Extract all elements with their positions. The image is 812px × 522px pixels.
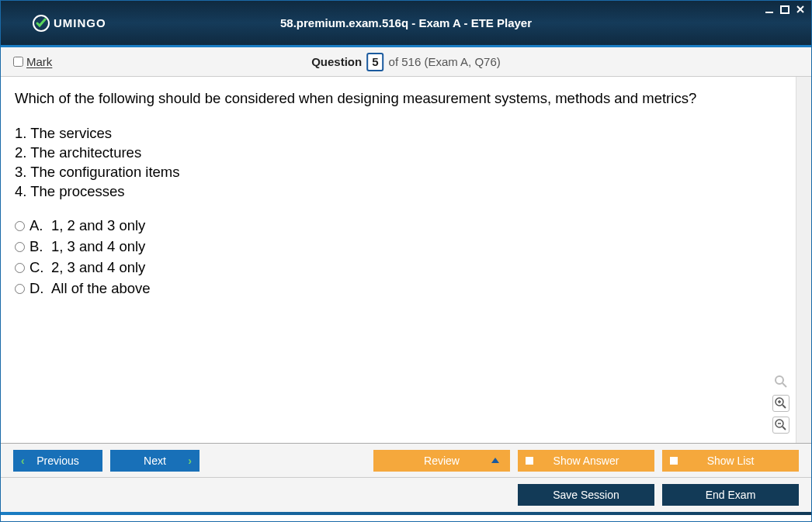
close-icon[interactable] xyxy=(794,4,807,15)
show-list-label: Show List xyxy=(707,455,755,467)
search-icon[interactable] xyxy=(772,373,789,390)
logo-check-icon xyxy=(32,14,50,33)
list-item: 1. The services xyxy=(15,124,797,143)
list-item: 4. The processes xyxy=(15,182,797,202)
review-label: Review xyxy=(424,455,460,467)
square-icon xyxy=(526,457,533,465)
answer-letter: D. xyxy=(29,279,47,299)
content-area: Which of the following should be conside… xyxy=(1,77,811,444)
svg-line-12 xyxy=(783,427,786,430)
answer-radio[interactable] xyxy=(15,263,25,273)
svg-line-6 xyxy=(783,383,786,387)
answer-text: All of the above xyxy=(51,279,151,299)
window-title: 58.premium.exam.516q - Exam A - ETE Play… xyxy=(280,16,532,29)
bottom-button-row: Save Session End Exam xyxy=(1,478,811,512)
minimize-icon[interactable] xyxy=(763,4,776,15)
nav-button-row: ‹ Previous Next › Review Show Answer Sho… xyxy=(1,444,811,478)
question-info: Question 5 of 516 (Exam A, Q76) xyxy=(311,53,501,71)
previous-label: Previous xyxy=(36,455,78,467)
show-answer-button[interactable]: Show Answer xyxy=(518,450,654,472)
question-text: Which of the following should be conside… xyxy=(15,89,797,109)
answer-text: 1, 2 and 3 only xyxy=(51,216,145,236)
show-answer-label: Show Answer xyxy=(553,455,619,467)
end-exam-button[interactable]: End Exam xyxy=(662,484,799,506)
window-controls xyxy=(763,4,807,15)
end-exam-label: End Exam xyxy=(706,489,756,501)
mark-checkbox[interactable] xyxy=(13,57,23,67)
answer-letter: B. xyxy=(29,237,47,257)
answer-option[interactable]: D. All of the above xyxy=(15,278,797,299)
list-item: 3. The configuration items xyxy=(15,163,797,182)
question-bar: Mark Question 5 of 516 (Exam A, Q76) xyxy=(1,47,811,77)
zoom-out-icon[interactable] xyxy=(772,417,789,434)
mark-label: Mark xyxy=(26,55,52,68)
save-session-button[interactable]: Save Session xyxy=(518,484,654,506)
zoom-tools xyxy=(772,373,789,434)
question-label: Question xyxy=(311,55,362,68)
answer-text: 1, 3 and 4 only xyxy=(51,237,145,257)
list-item: 2. The architectures xyxy=(15,143,797,163)
chevron-right-icon: › xyxy=(188,455,192,467)
answer-radio[interactable] xyxy=(15,221,25,231)
scrollbar[interactable] xyxy=(796,77,811,443)
next-label: Next xyxy=(144,455,166,467)
bottom-border xyxy=(1,512,811,515)
show-list-button[interactable]: Show List xyxy=(662,450,799,472)
titlebar: UMINGO 58.premium.exam.516q - Exam A - E… xyxy=(1,1,811,47)
question-of-text: of 516 (Exam A, Q76) xyxy=(389,55,501,68)
zoom-in-icon[interactable] xyxy=(772,395,789,412)
review-button[interactable]: Review xyxy=(373,450,510,472)
question-number-box[interactable]: 5 xyxy=(366,53,383,71)
svg-point-5 xyxy=(776,376,783,384)
logo: UMINGO xyxy=(32,14,106,33)
maximize-icon[interactable] xyxy=(779,4,791,15)
answer-option[interactable]: B. 1, 3 and 4 only xyxy=(15,237,797,258)
answer-text: 2, 3 and 4 only xyxy=(51,258,145,278)
answer-letter: A. xyxy=(29,216,47,236)
answer-radio[interactable] xyxy=(15,284,25,294)
square-icon xyxy=(670,457,678,465)
svg-rect-2 xyxy=(781,6,789,13)
save-session-label: Save Session xyxy=(553,489,619,501)
triangle-up-icon xyxy=(491,458,499,463)
logo-text: UMINGO xyxy=(54,16,106,29)
item-list: 1. The services 2. The architectures 3. … xyxy=(15,124,797,202)
answer-option[interactable]: C. 2, 3 and 4 only xyxy=(15,258,797,278)
answers-list: A. 1, 2 and 3 only B. 1, 3 and 4 only C.… xyxy=(15,216,797,299)
answer-radio[interactable] xyxy=(15,242,25,252)
next-button[interactable]: Next › xyxy=(110,450,200,472)
previous-button[interactable]: ‹ Previous xyxy=(13,450,102,472)
svg-line-8 xyxy=(783,405,786,408)
answer-letter: C. xyxy=(29,258,47,278)
mark-checkbox-wrap[interactable]: Mark xyxy=(13,55,52,68)
answer-option[interactable]: A. 1, 2 and 3 only xyxy=(15,216,797,237)
chevron-left-icon: ‹ xyxy=(21,455,25,467)
